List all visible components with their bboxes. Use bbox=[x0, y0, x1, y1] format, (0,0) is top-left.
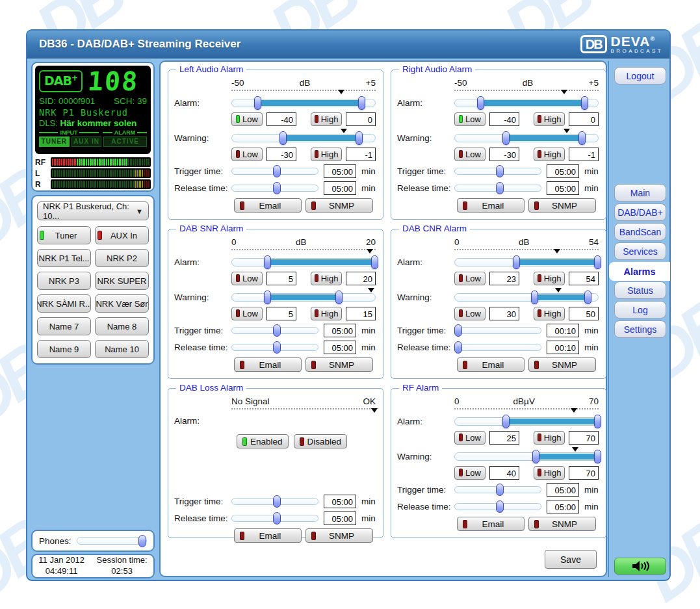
threshold-value-input[interactable] bbox=[266, 272, 296, 285]
preset-button[interactable]: NRK SUPER bbox=[95, 272, 149, 290]
range-slider-track[interactable] bbox=[454, 258, 599, 266]
email-toggle-button[interactable]: Email bbox=[457, 198, 525, 213]
range-slider-track[interactable] bbox=[454, 293, 599, 302]
snmp-toggle-button[interactable]: SNMP bbox=[528, 357, 596, 372]
trigger-time-value-input[interactable] bbox=[547, 164, 579, 178]
email-toggle-button[interactable]: Email bbox=[457, 357, 525, 372]
nav-item-log[interactable]: Log bbox=[614, 301, 666, 318]
slider-handle-high[interactable] bbox=[581, 96, 588, 110]
trigger-time-slider[interactable] bbox=[231, 327, 318, 334]
range-slider-track[interactable] bbox=[454, 417, 599, 426]
threshold-toggle-button[interactable]: High bbox=[311, 272, 342, 285]
trigger-time-slider[interactable] bbox=[454, 168, 541, 175]
threshold-toggle-button[interactable]: High bbox=[311, 112, 342, 126]
slider-handle-high[interactable] bbox=[594, 415, 601, 428]
threshold-value-input[interactable] bbox=[569, 112, 599, 126]
email-toggle-button[interactable]: Email bbox=[234, 357, 302, 372]
threshold-value-input[interactable] bbox=[346, 272, 376, 285]
trigger-time-slider[interactable] bbox=[231, 498, 318, 505]
threshold-value-input[interactable] bbox=[266, 112, 296, 126]
range-slider-track[interactable] bbox=[454, 134, 599, 142]
slider-handle-high[interactable] bbox=[356, 131, 363, 145]
trigger-time-slider[interactable] bbox=[454, 486, 541, 493]
slider-handle[interactable] bbox=[496, 500, 504, 513]
slider-handle[interactable] bbox=[273, 324, 281, 337]
trigger-time-value-input[interactable] bbox=[324, 164, 356, 178]
listen-audio-button[interactable] bbox=[614, 558, 666, 575]
threshold-toggle-button[interactable]: High bbox=[534, 466, 565, 480]
threshold-value-input[interactable] bbox=[489, 466, 519, 480]
threshold-toggle-button[interactable]: Low bbox=[454, 112, 486, 126]
threshold-value-input[interactable] bbox=[569, 466, 599, 480]
trigger-time-value-input[interactable] bbox=[324, 495, 356, 508]
slider-handle-high[interactable] bbox=[371, 255, 378, 269]
slider-handle[interactable] bbox=[496, 182, 504, 194]
preset-button[interactable]: NRK Vær Sør bbox=[95, 294, 149, 313]
nav-item-services[interactable]: Services bbox=[614, 242, 666, 260]
threshold-value-input[interactable] bbox=[489, 112, 519, 126]
release-time-value-input[interactable] bbox=[324, 341, 356, 354]
email-toggle-button[interactable]: Email bbox=[234, 198, 302, 213]
source-button-aux-in[interactable]: AUX In bbox=[95, 226, 149, 244]
range-slider-track[interactable] bbox=[231, 293, 376, 302]
threshold-toggle-button[interactable]: Low bbox=[231, 307, 263, 320]
threshold-value-input[interactable] bbox=[489, 307, 519, 320]
threshold-value-input[interactable] bbox=[489, 148, 519, 161]
threshold-value-input[interactable] bbox=[346, 307, 376, 320]
preset-button[interactable]: NRK P2 bbox=[95, 249, 149, 267]
slider-handle-low[interactable] bbox=[502, 131, 510, 145]
slider-handle-high[interactable] bbox=[594, 450, 601, 463]
slider-handle-high[interactable] bbox=[335, 291, 343, 304]
preset-button[interactable]: Name 7 bbox=[37, 317, 91, 335]
slider-handle[interactable] bbox=[454, 341, 462, 354]
slider-handle-high[interactable] bbox=[578, 131, 586, 145]
threshold-toggle-button[interactable]: Low bbox=[231, 272, 263, 285]
preset-button[interactable]: NRK P3 bbox=[37, 272, 91, 290]
threshold-value-input[interactable] bbox=[569, 272, 599, 285]
slider-handle-high[interactable] bbox=[358, 96, 365, 110]
slider-handle-low[interactable] bbox=[513, 255, 520, 269]
range-slider-track[interactable] bbox=[454, 99, 599, 107]
range-slider-track[interactable] bbox=[454, 452, 599, 461]
slider-handle-low[interactable] bbox=[502, 415, 510, 428]
snmp-toggle-button[interactable]: SNMP bbox=[305, 198, 373, 213]
station-select-dropdown[interactable]: NRK P1 Buskerud, Ch: 10... ▼ bbox=[37, 201, 149, 220]
threshold-toggle-button[interactable]: High bbox=[311, 307, 342, 320]
nav-item-alarms[interactable]: Alarms bbox=[609, 262, 670, 281]
range-slider-track[interactable] bbox=[231, 99, 376, 107]
nav-item-status[interactable]: Status bbox=[614, 281, 666, 299]
alarm-disabled-button[interactable]: Disabled bbox=[294, 434, 348, 448]
phones-volume-slider[interactable] bbox=[77, 537, 147, 545]
nav-item-main[interactable]: Main bbox=[614, 184, 666, 201]
threshold-value-input[interactable] bbox=[266, 148, 296, 161]
threshold-value-input[interactable] bbox=[489, 431, 519, 445]
slider-handle[interactable] bbox=[273, 165, 281, 177]
preset-button[interactable]: NRK SÀMI R... bbox=[37, 294, 91, 313]
save-button[interactable]: Save bbox=[545, 550, 597, 569]
release-time-slider[interactable] bbox=[454, 344, 541, 351]
trigger-time-slider[interactable] bbox=[454, 327, 541, 334]
release-time-slider[interactable] bbox=[454, 503, 541, 510]
slider-handle[interactable] bbox=[496, 484, 504, 496]
slider-handle-high[interactable] bbox=[584, 291, 591, 304]
preset-button[interactable]: NRK P1 Tel... bbox=[37, 249, 91, 267]
release-time-slider[interactable] bbox=[231, 185, 318, 192]
email-toggle-button[interactable]: Email bbox=[457, 517, 525, 531]
threshold-toggle-button[interactable]: Low bbox=[454, 272, 486, 285]
slider-handle[interactable] bbox=[496, 165, 504, 177]
threshold-toggle-button[interactable]: High bbox=[534, 431, 565, 445]
slider-handle-low[interactable] bbox=[531, 291, 538, 304]
threshold-toggle-button[interactable]: Low bbox=[454, 431, 486, 445]
release-time-value-input[interactable] bbox=[547, 341, 579, 354]
slider-handle-high[interactable] bbox=[594, 255, 601, 269]
snmp-toggle-button[interactable]: SNMP bbox=[305, 357, 373, 372]
threshold-value-input[interactable] bbox=[489, 272, 519, 285]
threshold-toggle-button[interactable]: High bbox=[534, 272, 565, 285]
trigger-time-value-input[interactable] bbox=[547, 483, 579, 497]
threshold-toggle-button[interactable]: Low bbox=[231, 112, 263, 126]
threshold-toggle-button[interactable]: Low bbox=[454, 148, 486, 161]
release-time-value-input[interactable] bbox=[324, 512, 356, 525]
threshold-toggle-button[interactable]: High bbox=[311, 148, 342, 161]
slider-handle[interactable] bbox=[454, 324, 462, 337]
release-time-value-input[interactable] bbox=[547, 500, 579, 513]
